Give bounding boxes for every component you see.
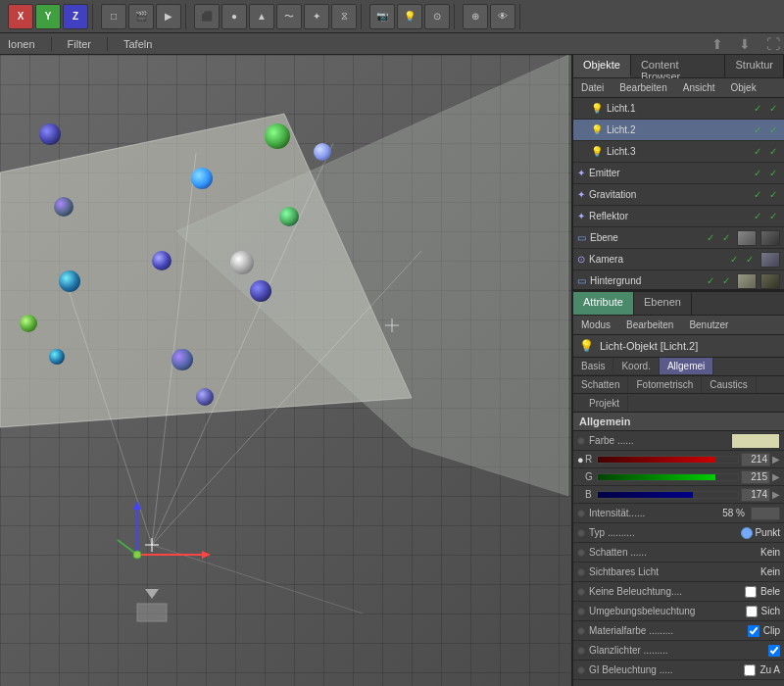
- intensitat-slider[interactable]: [751, 507, 780, 520]
- rgb-label-r: R: [585, 454, 595, 465]
- subtab-schatten[interactable]: Schatten: [573, 376, 628, 393]
- obj-row-gravitation[interactable]: ✦ Gravitation ✓ ✓: [573, 184, 784, 206]
- obj-menu-bearbeiten[interactable]: Bearbeiten: [612, 80, 674, 95]
- attr-menu-benutzer[interactable]: Benutzer: [681, 318, 736, 332]
- object-tools: □ 🎬 ▶: [97, 4, 186, 29]
- obj-row-reflektor[interactable]: ✦ Reflektor ✓ ✓: [573, 206, 784, 227]
- obj-name-licht1: Licht.1: [607, 103, 747, 114]
- check1: ✓: [704, 231, 717, 245]
- obj-row-licht1[interactable]: 💡 Licht.1 ✓ ✓: [573, 98, 784, 120]
- prop-row-sichtbares: Sichtbares Licht Kein: [573, 563, 784, 582]
- subtab-allgemein[interactable]: Allgemei: [660, 358, 713, 375]
- obj-menu-objek[interactable]: Objek: [723, 80, 764, 95]
- render-icon[interactable]: ⊙: [424, 4, 450, 29]
- tab-objekte[interactable]: Objekte: [573, 55, 631, 77]
- light-btn[interactable]: 💡: [397, 4, 422, 29]
- y-axis-btn[interactable]: Y: [35, 4, 61, 29]
- prop-dot-schatten: [577, 549, 585, 557]
- checkbox-gi[interactable]: [744, 664, 756, 676]
- menu-filter[interactable]: Filter: [64, 36, 95, 52]
- subtab-basis[interactable]: Basis: [573, 358, 613, 375]
- rgb-arrow-b[interactable]: ▶: [772, 489, 780, 500]
- menu-ionen[interactable]: Ionen: [4, 36, 39, 52]
- prop-label-sichtbares: Sichtbares Licht: [589, 566, 757, 577]
- obj-name-licht3: Licht.3: [607, 146, 747, 157]
- farbe-color-swatch[interactable]: [731, 433, 780, 449]
- prop-label-schatten: Schatten ......: [589, 547, 757, 558]
- rgb-val-r: 214: [741, 453, 770, 466]
- ball-2: [191, 168, 213, 189]
- prop-dot-keine-bel: [577, 588, 585, 596]
- obj-row-ebene[interactable]: ▭ Ebene ✓ ✓: [573, 227, 784, 249]
- check2: ✓: [766, 167, 780, 180]
- obj-row-hintergrund[interactable]: ▭ Hintergrund ✓ ✓: [573, 270, 784, 289]
- svg-marker-14: [133, 501, 141, 510]
- obj-row-emitter[interactable]: ✦ Emitter ✓ ✓: [573, 163, 784, 184]
- subtabs-row2: Schatten Fotometrisch Caustics: [573, 376, 784, 394]
- attr-menu-modus[interactable]: Modus: [573, 318, 618, 332]
- attr-title: 💡 Licht-Objekt [Licht.2]: [573, 335, 784, 358]
- obj-menu-ansicht[interactable]: Ansicht: [675, 80, 723, 95]
- obj-name-ebene: Ebene: [590, 232, 700, 243]
- panel-tabs: Objekte Content Browser Struktur: [573, 55, 784, 78]
- viewport[interactable]: [0, 55, 573, 686]
- deform-btn[interactable]: ⧖: [331, 4, 357, 29]
- cube-btn[interactable]: ⬛: [194, 4, 220, 29]
- attr-menu-bearbeiten[interactable]: Bearbeiten: [618, 318, 681, 332]
- attr-tab-attribute[interactable]: Attribute: [573, 292, 634, 315]
- prop-dot-gi: [577, 666, 585, 674]
- obj-menu-datei[interactable]: Datei: [573, 80, 612, 95]
- prop-label-farbe: Farbe ......: [589, 435, 727, 446]
- prop-dot-typ: [577, 529, 585, 537]
- obj-row-kamera[interactable]: ⊙ Kamera ✓ ✓: [573, 249, 784, 270]
- modifier-btn[interactable]: ✦: [304, 4, 329, 29]
- attr-scroll[interactable]: Farbe ...... ● R 214 ▶ ● G: [573, 431, 784, 686]
- checkbox-keine-bel[interactable]: [745, 586, 757, 598]
- subtabs-row1: Basis Koord. Allgemei: [573, 358, 784, 376]
- eye-btn[interactable]: 👁: [490, 4, 515, 29]
- tab-struktur[interactable]: Struktur: [725, 55, 784, 77]
- anim-btn[interactable]: 🎬: [128, 4, 154, 29]
- ball-9: [250, 280, 271, 302]
- checkbox-umgebung[interactable]: [746, 606, 758, 617]
- sphere-btn[interactable]: ●: [221, 4, 247, 29]
- rgb-bar-g[interactable]: [597, 473, 739, 481]
- rgb-bar-r[interactable]: [597, 456, 739, 464]
- magnet-btn[interactable]: ⊕: [463, 4, 488, 29]
- check2: ✓: [766, 123, 780, 137]
- menu-tafeln[interactable]: Tafeln: [120, 36, 156, 52]
- check1: ✓: [751, 145, 764, 159]
- prop-rgb-r: ● R 214 ▶: [573, 451, 784, 468]
- obj-thumb-ebene: [737, 230, 757, 246]
- ball-10: [20, 315, 37, 332]
- cone-btn[interactable]: ▲: [249, 4, 274, 29]
- attr-tab-ebenen[interactable]: Ebenen: [634, 292, 692, 315]
- subtab-koord[interactable]: Koord.: [613, 358, 659, 375]
- subtab-caustics[interactable]: Caustics: [702, 376, 756, 393]
- x-axis-btn[interactable]: X: [8, 4, 33, 29]
- rgb-arrow-r[interactable]: ▶: [772, 454, 780, 465]
- obj-row-licht3[interactable]: 💡 Licht.3 ✓ ✓: [573, 141, 784, 163]
- play-btn[interactable]: ▶: [156, 4, 181, 29]
- checkbox-material[interactable]: [748, 625, 760, 637]
- obj-icon-reflektor: ✦: [577, 211, 585, 221]
- obj-name-emitter: Emitter: [589, 168, 747, 178]
- obj-row-licht2[interactable]: 💡 Licht.2 ✓ ✓: [573, 120, 784, 141]
- checkbox-glanz[interactable]: [768, 645, 780, 657]
- prop-value-typ: Punkt: [755, 527, 780, 538]
- ball-14: [49, 349, 65, 365]
- vp-nav-up[interactable]: ⬆: [711, 36, 723, 52]
- object-mode-btn[interactable]: □: [101, 4, 126, 29]
- tab-content-browser[interactable]: Content Browser: [631, 55, 726, 77]
- subtab-projekt[interactable]: Projekt: [581, 395, 628, 412]
- prop-value-intensitat: 58 %: [722, 508, 745, 518]
- rgb-arrow-g[interactable]: ▶: [772, 471, 780, 482]
- vp-expand[interactable]: ⛶: [766, 36, 780, 52]
- z-axis-btn[interactable]: Z: [63, 4, 88, 29]
- obj-checks-hintergrund: ✓ ✓: [704, 274, 733, 288]
- curve-btn[interactable]: 〜: [276, 4, 302, 29]
- rgb-bar-b[interactable]: [597, 491, 739, 499]
- camera-btn[interactable]: 📷: [369, 4, 395, 29]
- vp-nav-down[interactable]: ⬇: [739, 36, 751, 52]
- subtab-fotometrisch[interactable]: Fotometrisch: [628, 376, 702, 393]
